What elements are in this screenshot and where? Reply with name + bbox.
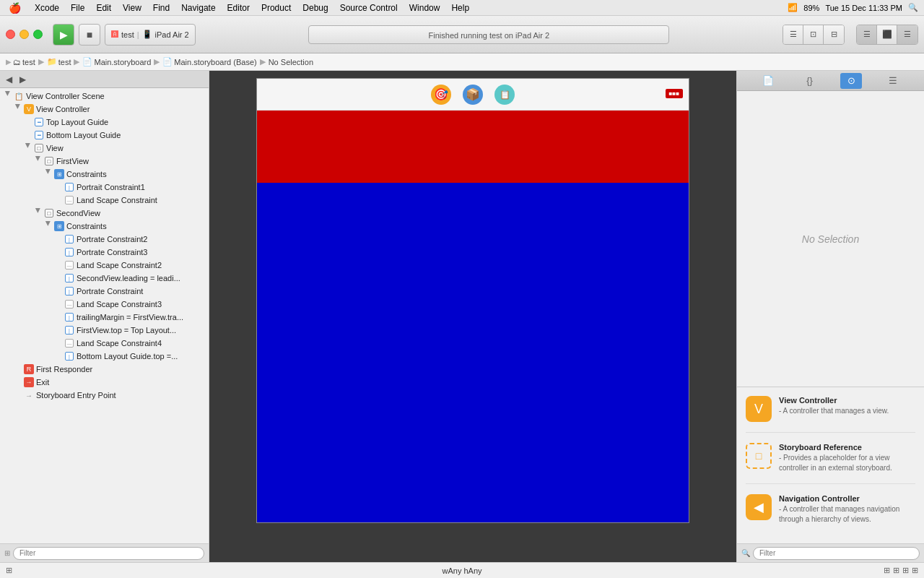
menu-edit[interactable]: Edit — [90, 3, 117, 13]
tree-item-landscape-c1[interactable]: ▶ — Land Scape Constraint — [0, 194, 209, 207]
tree-item-landscape-c2[interactable]: ▶ — Land Scape Constraint2 — [0, 259, 209, 272]
menu-file[interactable]: File — [65, 3, 90, 13]
tree-item-portrate-c[interactable]: ▶ | Portrate Constraint — [0, 285, 209, 298]
breadcrumb-storyboard[interactable]: Main.storyboard — [94, 58, 151, 66]
version-editor-btn[interactable]: ⊟ — [824, 25, 844, 44]
first-responder-label: First Responder — [36, 365, 92, 374]
expand-arrow-firstview[interactable]: ▶ — [35, 156, 42, 166]
bottom-icon-1[interactable]: ⊞ — [6, 566, 12, 575]
menu-find[interactable]: Find — [147, 3, 175, 13]
menu-product[interactable]: Product — [256, 3, 297, 13]
tree-item-portrait-c1[interactable]: ▶ | Portrait Constraint1 — [0, 181, 209, 194]
vc-icon: V — [23, 104, 35, 114]
menu-xcode[interactable]: Xcode — [29, 3, 65, 13]
inspector-vc-text: View Controller - A controller that mana… — [779, 396, 915, 416]
tree-item-secondview[interactable]: ▶ □ SecondView — [0, 207, 209, 220]
bottom-icon-zoom-fit[interactable]: ⊞ — [902, 566, 909, 575]
tree-item-landscape-c3[interactable]: ▶ — Land Scape Constraint3 — [0, 298, 209, 311]
menu-editor[interactable]: Editor — [222, 3, 256, 13]
tree-item-top-guide[interactable]: ▶ ━ Top Layout Guide — [0, 116, 209, 129]
status-bar: Finished running test on iPad Air 2 — [308, 25, 669, 44]
expand-arrow-constraints-1[interactable]: ▶ — [45, 169, 52, 179]
scheme-selector[interactable]: 🅰 test | 📱 iPad Air 2 — [105, 24, 196, 46]
toolbar-right: ☰ ⊡ ⊟ ☰ ⬛ ☰ — [783, 25, 918, 45]
nav-left-arrow[interactable]: ◀ — [3, 73, 15, 86]
menu-view[interactable]: View — [117, 3, 147, 13]
stop-button[interactable]: ■ — [79, 24, 100, 46]
nav-right-arrow[interactable]: ▶ — [17, 73, 29, 86]
portrate-c3-icon: | — [64, 247, 75, 257]
battery-icon: 89% — [803, 4, 819, 12]
tree-item-secondview-leading[interactable]: ▶ | SecondView.leading = leadi... — [0, 272, 209, 285]
portrate-c2-label: Portrate Constraint2 — [77, 235, 147, 243]
breadcrumb-storyboard-base[interactable]: Main.storyboard (Base) — [174, 58, 256, 66]
inspector-storyboard-ref-icon: □ — [746, 443, 772, 469]
breadcrumb-item-1[interactable]: 🗂 — [13, 58, 21, 66]
breadcrumb-test1[interactable]: test — [22, 58, 35, 66]
inspector-nav-ctrl-text: Navigation Controller - A controller tha… — [779, 494, 915, 525]
second-view[interactable] — [257, 183, 689, 522]
menu-navigate[interactable]: Navigate — [175, 3, 221, 13]
close-button[interactable] — [6, 30, 15, 39]
tree-item-firstview-top[interactable]: ▶ | FirstView.top = Top Layout... — [0, 324, 209, 337]
left-panel: ◀ ▶ ▶ 📋 View Controller Scene ▶ V — [0, 71, 209, 562]
first-view[interactable] — [257, 111, 689, 183]
inspector-toggle-btn[interactable]: ☰ — [897, 25, 918, 44]
expand-arrow-vc[interactable]: ▶ — [14, 104, 22, 114]
breadcrumb-test2[interactable]: test — [58, 58, 71, 66]
inspector-tab-quick[interactable]: {} — [799, 73, 821, 89]
tree-item-vc[interactable]: ▶ V View Controller — [0, 103, 209, 116]
assistant-editor-btn[interactable]: ⊡ — [803, 25, 824, 44]
tree-item-firstview[interactable]: ▶ □ FirstView — [0, 155, 209, 168]
tree-item-exit[interactable]: ▶ → Exit — [0, 376, 209, 389]
breadcrumb-no-selection[interactable]: No Selection — [269, 58, 313, 66]
tree-item-bottom-guide[interactable]: ▶ ━ Bottom Layout Guide — [0, 129, 209, 142]
filter-icon: ⊞ — [4, 549, 10, 557]
tree-item-portrate-c2[interactable]: ▶ | Portrate Constraint2 — [0, 233, 209, 246]
maximize-button[interactable] — [33, 30, 43, 39]
search-icon[interactable]: 🔍 — [908, 3, 918, 12]
filter-input[interactable] — [13, 547, 204, 560]
tree-item-view[interactable]: ▶ □ View — [0, 142, 209, 155]
tree-item-trailing-margin[interactable]: ▶ | trailingMargin = FirstView.tra... — [0, 311, 209, 324]
bottom-icon-zoom-in[interactable]: ⊞ — [893, 566, 899, 575]
tree-item-scene[interactable]: ▶ 📋 View Controller Scene — [0, 90, 209, 103]
inspector-tab-file[interactable]: 📄 — [757, 73, 779, 89]
debug-toggle-btn[interactable]: ⬛ — [877, 25, 897, 44]
inspector-tab-attributes[interactable]: ☰ — [882, 73, 904, 89]
breadcrumb-bar: ▶ 🗂 test ▶ 📁 test ▶ 📄 Main.storyboard ▶ … — [0, 53, 924, 71]
tree-item-constraints-2[interactable]: ▶ ⊞ Constraints — [0, 220, 209, 233]
bottom-icon-grid[interactable]: ⊞ — [884, 566, 890, 575]
menu-debug[interactable]: Debug — [297, 3, 334, 13]
expand-arrow-scene[interactable]: ▶ — [4, 91, 12, 101]
secondview-label: SecondView — [56, 209, 100, 217]
bottom-guide-label: Bottom Layout Guide — [46, 131, 121, 139]
inspector-tab-identity[interactable]: ⊙ — [840, 73, 862, 89]
play-button[interactable]: ▶ — [53, 24, 74, 46]
menu-source-control[interactable]: Source Control — [334, 3, 404, 13]
navigator-toggle-btn[interactable]: ☰ — [857, 25, 877, 44]
expand-arrow-secondview[interactable]: ▶ — [35, 208, 42, 218]
tree-item-constraints-1[interactable]: ▶ ⊞ Constraints — [0, 168, 209, 181]
scene-icon: 📋 — [13, 91, 25, 101]
minimize-button[interactable] — [19, 30, 29, 39]
scene-label: View Controller Scene — [26, 92, 105, 100]
menu-help[interactable]: Help — [445, 3, 475, 13]
inspector-item-nav-ctrl: ◀ Navigation Controller - A controller t… — [746, 494, 915, 535]
expand-arrow-top-guide: ▶ — [23, 118, 33, 126]
right-filter-input[interactable] — [753, 547, 920, 560]
expand-arrow-bottom-guide: ▶ — [23, 131, 33, 139]
tree-item-landscape-c4[interactable]: ▶ — Land Scape Constraint4 — [0, 337, 209, 350]
bottom-icon-zoom-out[interactable]: ⊞ — [912, 566, 918, 575]
tree-item-entry-point[interactable]: ▶ → Storyboard Entry Point — [0, 389, 209, 402]
expand-arrow-view[interactable]: ▶ — [25, 143, 32, 153]
expand-arrow-constraints-2[interactable]: ▶ — [45, 221, 52, 231]
tree-item-portrate-c3[interactable]: ▶ | Portrate Constraint3 — [0, 246, 209, 259]
menu-window[interactable]: Window — [404, 3, 446, 13]
standard-editor-btn[interactable]: ☰ — [783, 25, 803, 44]
constraints-1-icon: ⊞ — [53, 169, 65, 179]
tree-item-first-responder[interactable]: ▶ R First Responder — [0, 363, 209, 376]
device-icon-1: 🎯 — [431, 85, 451, 105]
apple-menu[interactable]: 🍎 — [0, 2, 29, 14]
tree-item-bottom-guide-top[interactable]: ▶ | Bottom Layout Guide.top =... — [0, 350, 209, 363]
